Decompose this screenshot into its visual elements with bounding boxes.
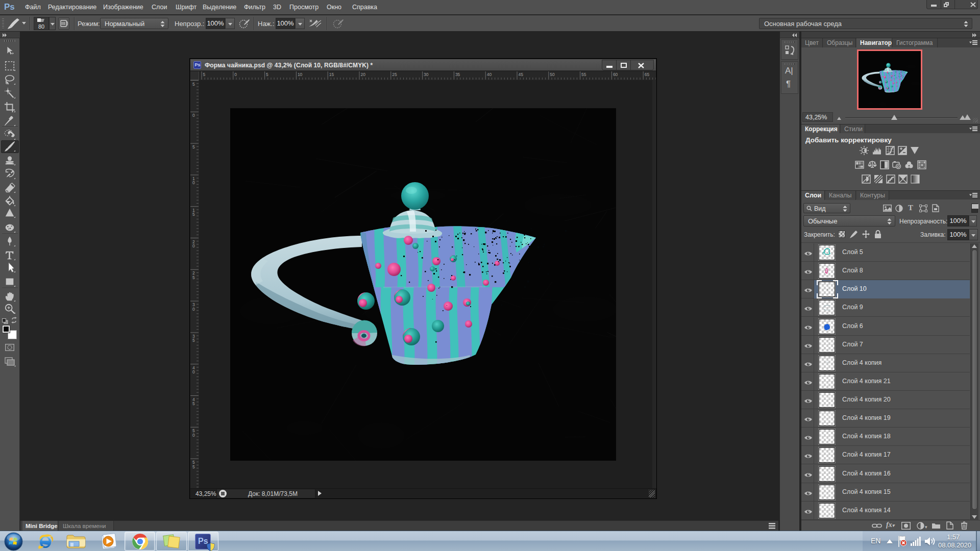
svg-text:0: 0 xyxy=(192,307,195,312)
svg-text:25: 25 xyxy=(392,72,397,77)
svg-text:5: 5 xyxy=(266,72,268,77)
svg-text:0: 0 xyxy=(192,243,195,248)
svg-text:0: 0 xyxy=(192,433,195,438)
svg-text:20: 20 xyxy=(361,72,366,77)
svg-text:5: 5 xyxy=(203,72,206,77)
svg-text:0: 0 xyxy=(192,369,195,374)
svg-text:55: 55 xyxy=(581,72,586,77)
svg-text:60: 60 xyxy=(613,72,618,77)
svg-text:5: 5 xyxy=(192,275,195,280)
svg-text:5: 5 xyxy=(192,82,195,87)
svg-text:45: 45 xyxy=(519,72,524,77)
svg-text:0: 0 xyxy=(192,113,195,118)
svg-text:0: 0 xyxy=(234,72,237,77)
svg-text:5: 5 xyxy=(192,401,195,406)
svg-text:0: 0 xyxy=(192,180,195,185)
svg-text:5: 5 xyxy=(192,338,195,343)
svg-text:5: 5 xyxy=(192,144,195,149)
svg-text:10: 10 xyxy=(298,72,303,77)
svg-text:40: 40 xyxy=(487,72,492,77)
svg-text:65: 65 xyxy=(645,72,650,77)
svg-text:5: 5 xyxy=(192,212,195,217)
svg-text:5: 5 xyxy=(192,464,195,469)
svg-text:35: 35 xyxy=(455,72,460,77)
svg-text:50: 50 xyxy=(550,72,555,77)
svg-text:15: 15 xyxy=(329,72,334,77)
svg-text:30: 30 xyxy=(424,72,429,77)
